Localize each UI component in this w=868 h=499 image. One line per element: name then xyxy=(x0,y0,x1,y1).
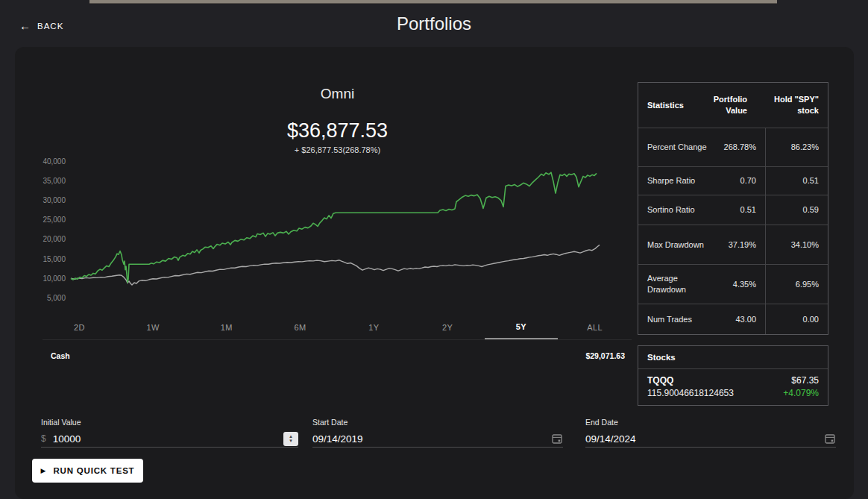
calendar-icon[interactable] xyxy=(824,433,836,445)
stat-portfolio-value: 0.70 xyxy=(713,175,765,186)
stats-header-label: Statistics xyxy=(647,100,713,111)
stat-label: Max Drawdown xyxy=(647,239,713,251)
end-date-input[interactable] xyxy=(585,433,824,445)
table-row-average-drawdown: Average Drawdown 4.35% 6.95% xyxy=(638,264,828,304)
run-quick-test-label: RUN QUICK TEST xyxy=(53,466,134,475)
tab-all[interactable]: ALL xyxy=(558,316,632,339)
table-row-max-drawdown: Max Drawdown 37.19% 34.10% xyxy=(638,225,828,264)
y-axis-tick-label: 10,000 xyxy=(43,274,66,283)
stat-spy-value: 86.23% xyxy=(765,128,828,166)
run-quick-test-button[interactable]: ▶ RUN QUICK TEST xyxy=(32,459,143,483)
stock-symbol: TQQQ xyxy=(647,375,734,386)
end-date-label: End Date xyxy=(585,418,836,427)
stat-label: Average Drawdown xyxy=(647,273,713,295)
y-axis-tick-label: 40,000 xyxy=(43,157,66,166)
tab-2d[interactable]: 2D xyxy=(43,316,116,339)
stat-label: Percent Change xyxy=(647,142,713,153)
stat-portfolio-value: 268.78% xyxy=(713,142,765,153)
portfolio-current-value: $36,877.53 xyxy=(26,119,649,142)
stock-left: TQQQ 115.90046618124653 xyxy=(647,375,734,398)
initial-value-field: Initial Value $ ▴ ▾ xyxy=(41,418,298,448)
tab-5y[interactable]: 5Y xyxy=(485,316,559,339)
stock-right: $67.35 +4.079% xyxy=(783,375,819,398)
portfolio-name: Omni xyxy=(26,86,649,102)
statistics-header-row: Statistics Portfolio Value Hold "SPY" st… xyxy=(638,83,828,128)
tab-1y[interactable]: 1Y xyxy=(337,316,411,339)
time-range-tabs: 2D 1W 1M 6M 1Y 2Y 5Y ALL xyxy=(43,316,632,340)
stocks-panel: Stocks TQQQ 115.90046618124653 $67.35 +4… xyxy=(638,345,828,406)
stat-portfolio-value: 37.19% xyxy=(713,239,765,251)
stat-portfolio-value: 43.00 xyxy=(713,314,765,325)
y-axis-tick-label: 25,000 xyxy=(43,216,66,224)
initial-value-input[interactable] xyxy=(53,433,283,445)
window-top-strip xyxy=(89,0,777,4)
page-title: Portfolios xyxy=(0,13,868,34)
start-date-label: Start Date xyxy=(312,418,563,427)
start-date-input[interactable] xyxy=(312,433,551,445)
stat-spy-value: 0.59 xyxy=(765,195,828,225)
stock-quantity: 115.90046618124653 xyxy=(647,388,734,398)
stat-spy-value: 0.00 xyxy=(765,304,828,334)
table-row-num-trades: Num Trades 43.00 0.00 xyxy=(638,304,828,334)
calendar-icon[interactable] xyxy=(551,433,563,445)
stock-price: $67.35 xyxy=(783,375,819,386)
dollar-prefix: $ xyxy=(41,433,46,444)
y-axis-tick-label: 15,000 xyxy=(43,255,66,263)
y-axis-tick-label: 30,000 xyxy=(43,196,66,204)
tab-6m[interactable]: 6M xyxy=(263,316,337,339)
series-spy-hold-line xyxy=(71,245,600,285)
cash-value: $29,071.63 xyxy=(585,351,625,360)
y-axis-tick-label: 5,000 xyxy=(47,294,66,302)
stats-header-spy: Hold "SPY" stock xyxy=(756,83,819,128)
stat-spy-value: 6.95% xyxy=(765,265,828,304)
stat-label: Num Trades xyxy=(647,314,713,325)
stock-change: +4.079% xyxy=(783,388,819,398)
table-row-sharpe: Sharpe Ratio 0.70 0.51 xyxy=(638,166,828,195)
number-stepper[interactable]: ▴ ▾ xyxy=(283,432,298,446)
cash-label: Cash xyxy=(51,351,70,360)
stat-label: Sortino Ratio xyxy=(647,204,713,216)
y-axis-tick-label: 20,000 xyxy=(43,235,66,243)
stock-row-tqqq[interactable]: TQQQ 115.90046618124653 $67.35 +4.079% xyxy=(638,369,828,405)
stepper-down-icon: ▾ xyxy=(289,439,292,443)
tab-1m[interactable]: 1M xyxy=(190,316,264,339)
cash-row: Cash $29,071.63 xyxy=(51,349,625,363)
y-axis-tick-label: 35,000 xyxy=(43,177,66,185)
series-portfolio-line xyxy=(71,172,597,283)
stat-portfolio-value: 0.51 xyxy=(713,204,765,216)
table-row-percent-change: Percent Change 268.78% 86.23% xyxy=(638,128,828,166)
end-date-field: End Date xyxy=(585,418,836,448)
stat-spy-value: 34.10% xyxy=(765,225,828,264)
stat-spy-value: 0.51 xyxy=(765,167,828,195)
performance-chart: 40,00035,00030,00025,00020,00015,00010,0… xyxy=(41,153,630,313)
statistics-table: Statistics Portfolio Value Hold "SPY" st… xyxy=(638,82,828,335)
play-icon: ▶ xyxy=(41,467,46,474)
tab-2y[interactable]: 2Y xyxy=(411,316,485,339)
initial-value-label: Initial Value xyxy=(41,418,298,427)
portfolio-card: Omni $36,877.53 + $26,877.53(268.78%) 40… xyxy=(15,47,854,499)
stat-portfolio-value: 4.35% xyxy=(713,279,765,290)
table-row-sortino: Sortino Ratio 0.51 0.59 xyxy=(638,195,828,225)
stat-label: Sharpe Ratio xyxy=(647,175,713,186)
tab-1w[interactable]: 1W xyxy=(116,316,190,339)
start-date-field: Start Date xyxy=(312,418,563,448)
stocks-panel-title: Stocks xyxy=(638,346,828,369)
stats-header-portfolio: Portfolio Value xyxy=(713,94,756,116)
